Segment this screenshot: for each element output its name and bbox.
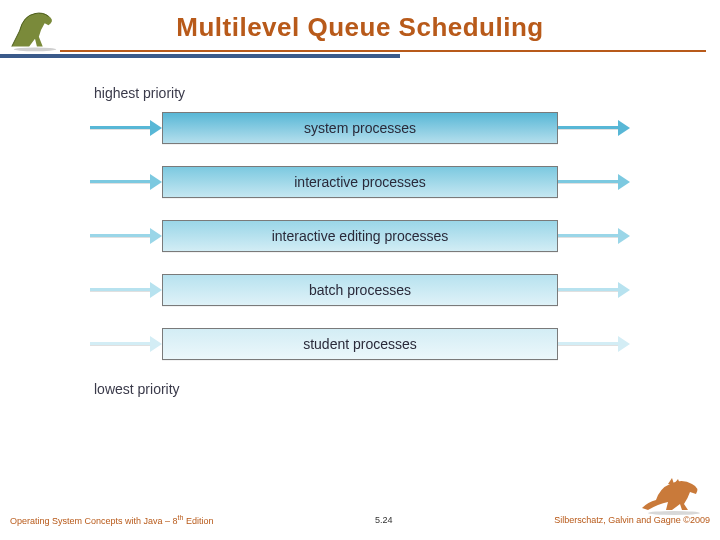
dinosaur-icon: [6, 2, 64, 52]
queue-row: interactive processes: [90, 165, 630, 199]
queue-label: batch processes: [309, 282, 411, 298]
footer-left: Operating System Concepts with Java – 8t…: [10, 514, 213, 526]
queue-label: student processes: [303, 336, 417, 352]
arrow-out-icon: [558, 229, 630, 243]
queue-box: system processes: [162, 112, 558, 144]
slide-header: Multilevel Queue Scheduling: [0, 0, 720, 60]
queue-row: system processes: [90, 111, 630, 145]
slide-title: Multilevel Queue Scheduling: [0, 0, 720, 43]
arrow-out-icon: [558, 283, 630, 297]
queue-row: interactive editing processes: [90, 219, 630, 253]
queue-box: interactive editing processes: [162, 220, 558, 252]
arrow-out-icon: [558, 337, 630, 351]
arrow-in-icon: [90, 175, 162, 189]
arrow-in-icon: [90, 121, 162, 135]
arrow-in-icon: [90, 229, 162, 243]
queue-row: student processes: [90, 327, 630, 361]
arrow-in-icon: [90, 283, 162, 297]
queue-box: batch processes: [162, 274, 558, 306]
slide-footer: Operating System Concepts with Java – 8t…: [0, 506, 720, 534]
queue-box: student processes: [162, 328, 558, 360]
arrow-out-icon: [558, 121, 630, 135]
arrow-in-icon: [90, 337, 162, 351]
queue-label: interactive editing processes: [272, 228, 449, 244]
queue-diagram: highest priority system processes intera…: [90, 85, 630, 397]
arrow-out-icon: [558, 175, 630, 189]
queue-label: interactive processes: [294, 174, 426, 190]
header-rules: [0, 50, 720, 58]
queue-box: interactive processes: [162, 166, 558, 198]
queue-row: batch processes: [90, 273, 630, 307]
footer-right: Silberschatz, Galvin and Gagne ©2009: [554, 515, 710, 525]
priority-label-top: highest priority: [94, 85, 630, 101]
queue-label: system processes: [304, 120, 416, 136]
priority-label-bottom: lowest priority: [94, 381, 630, 397]
slide-number: 5.24: [213, 515, 554, 525]
